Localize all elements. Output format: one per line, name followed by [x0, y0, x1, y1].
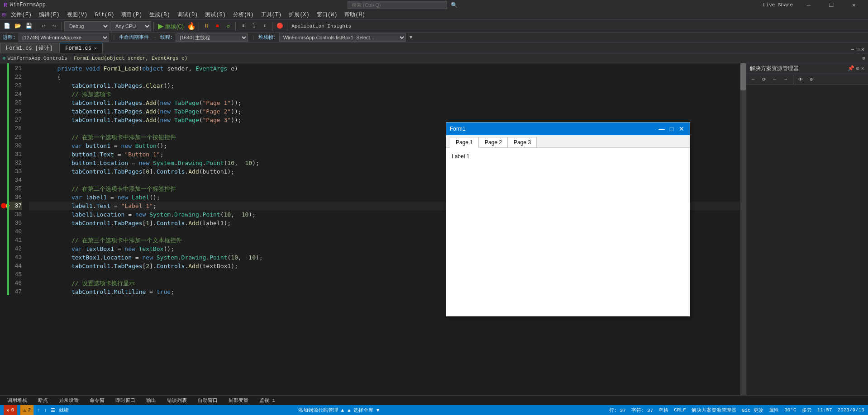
step-out-btn[interactable]: ⬆ [260, 21, 270, 31]
open-btn[interactable]: 📂 [13, 21, 23, 31]
breakpoints-btn[interactable]: 🔴 [275, 21, 285, 31]
form-close[interactable]: ✕ [677, 124, 686, 133]
app-insights-label: Application Insights [290, 24, 353, 29]
save-btn[interactable]: 💾 [24, 21, 33, 31]
cpu-dropdown[interactable]: Any CPU x64 x86 [110, 21, 151, 31]
scrollbar-thumb[interactable] [740, 63, 746, 90]
bottom-tab-command[interactable]: 命令窗 [86, 397, 108, 404]
editor-scrollbar[interactable] [740, 63, 746, 395]
maximize-btn[interactable]: □ [821, 0, 842, 10]
se-status-link[interactable]: 解决方案资源管理器 [692, 407, 736, 414]
step-over-btn[interactable]: ⤵ [249, 21, 259, 31]
redo-btn[interactable]: ↪ [49, 21, 59, 31]
bottom-tab-locals[interactable]: 局部变量 [225, 397, 252, 404]
solution-explorer-panel: 解决方案资源管理器 📌 ⚙ ✕ ↔ ⟳ ← → 👁 ⚙ [746, 63, 868, 395]
new-file-btn[interactable]: 📄 [2, 21, 12, 31]
tab-close-btn[interactable]: ✕ [94, 46, 97, 51]
tab-form1cs[interactable]: Form1.cs ✕ [59, 43, 103, 53]
solution-explorer-toolbar: ↔ ⟳ ← → 👁 ⚙ [746, 74, 868, 85]
process-dropdown[interactable]: [12748] WinFormsApp.exe [19, 33, 109, 42]
expand-icon[interactable]: ⊕ [862, 55, 865, 61]
file-path[interactable]: WinFormsApp.Controls [8, 56, 67, 61]
nav-up-btn[interactable]: ↑ [37, 407, 40, 413]
form-title: Form1 [450, 126, 466, 132]
bottom-tab-exceptions[interactable]: 异常设置 [55, 397, 82, 404]
editor-nav-bar: ⊕ WinFormsApp.Controls › Form1_Load(obje… [0, 53, 868, 63]
warning-indicator[interactable]: ⚠ 2 [20, 405, 33, 415]
se-refresh-btn[interactable]: ⟳ [759, 75, 769, 85]
stack-dropdown[interactable]: WinFormsApp.Controls.listBox1_Select... [279, 33, 406, 42]
bottom-tab-watch[interactable]: 监视 1 [256, 397, 279, 404]
undo-btn[interactable]: ↩ [38, 21, 48, 31]
menu-edit[interactable]: 编辑(E) [35, 10, 63, 20]
se-sync-btn[interactable]: ↔ [748, 75, 758, 85]
form-tab-page2[interactable]: Page 2 [479, 137, 508, 147]
change-gutter [7, 63, 9, 395]
expand-btn[interactable]: □ [856, 47, 859, 53]
git-changes-link[interactable]: Git 更改 [742, 407, 763, 414]
add-to-source-btn[interactable]: 添加到源代码管理 ▲ [298, 407, 344, 414]
form-maximize[interactable]: □ [667, 124, 676, 133]
panel-close-btn[interactable]: ✕ [861, 65, 864, 72]
run-btn[interactable]: ▶ 继续(C) [156, 22, 186, 31]
close-btn[interactable]: ✕ [844, 0, 864, 10]
se-showall-btn[interactable]: 👁 [796, 75, 806, 85]
panel-pin-btn[interactable]: 📌 [848, 65, 854, 72]
bottom-tab-output[interactable]: 输出 [143, 397, 160, 404]
bottom-tab-breakpoints[interactable]: 断点 [34, 397, 52, 404]
step-into-btn[interactable]: ⬇ [238, 21, 248, 31]
nav-down-btn[interactable]: ↓ [44, 407, 47, 413]
menu-test[interactable]: 测试(S) [201, 10, 229, 20]
debug-config-dropdown[interactable]: Debug Release [64, 21, 110, 31]
restart-btn[interactable]: ↺ [223, 21, 233, 31]
error-count: 0 [11, 407, 14, 413]
form-tab-page1[interactable]: Page 1 [450, 137, 479, 148]
process-label: 进程: [3, 34, 16, 41]
menu-build[interactable]: 生成(B) [146, 10, 174, 20]
live-share-btn[interactable]: Live Share [759, 0, 796, 10]
menu-file[interactable]: 文件(F) [7, 10, 35, 20]
tab-form1cs-designer[interactable]: Form1.cs [设计] [0, 43, 58, 53]
editor-left-gutter: ▶ 21 22 23 24 25 26 27 28 29 30 31 32 33 [0, 63, 25, 395]
method-name[interactable]: Form1_Load(object sender, EventArgs e) [74, 56, 187, 61]
se-filter-btn[interactable]: ⚙ [806, 75, 816, 85]
menu-view[interactable]: 视图(V) [63, 10, 91, 20]
menu-debug[interactable]: 调试(D) [174, 10, 202, 20]
toolbar-sep3 [153, 22, 154, 31]
form-tab-page3[interactable]: Page 3 [508, 137, 537, 147]
close-editor-btn[interactable]: ✕ [861, 46, 864, 53]
sep1: | [113, 35, 116, 40]
menu-extensions[interactable]: 扩展(X) [285, 10, 313, 20]
panel-header-controls: 📌 ⚙ ✕ [848, 65, 864, 72]
toolbar-sep5 [235, 22, 236, 31]
se-forward-btn[interactable]: → [781, 75, 791, 85]
code-editor: ▶ 21 22 23 24 25 26 27 28 29 30 31 32 33 [0, 63, 746, 395]
form-label1: Label 1 [452, 153, 469, 160]
error-indicator[interactable]: ✕ 0 [4, 405, 17, 415]
attach-btn[interactable]: 🔥 [186, 21, 196, 31]
stop-btn[interactable]: ■ [212, 21, 222, 31]
bottom-tab-callstack[interactable]: 调用堆栈 [4, 397, 31, 404]
menu-git[interactable]: Git(G) [91, 10, 118, 20]
menu-window[interactable]: 窗口(W) [313, 10, 341, 20]
nav-menu-btn[interactable]: ☰ [51, 407, 55, 413]
se-back-btn[interactable]: ← [770, 75, 780, 85]
search-input[interactable] [348, 1, 447, 9]
thread-dropdown[interactable]: [1640] 主线程 [176, 33, 248, 42]
form-minimize[interactable]: — [657, 124, 666, 133]
breakpoint-37[interactable] [1, 203, 6, 208]
collapse-btn[interactable]: − [851, 47, 854, 53]
bottom-tab-immediate[interactable]: 即时窗口 [112, 397, 139, 404]
pause-btn[interactable]: ⏸ [201, 21, 211, 31]
properties-link[interactable]: 属性 [769, 407, 779, 414]
menu-project[interactable]: 项目(P) [118, 10, 146, 20]
menu-tools[interactable]: 工具(T) [258, 10, 286, 20]
minimize-btn[interactable]: — [798, 0, 819, 10]
bottom-tab-autos[interactable]: 自动窗口 [194, 397, 221, 404]
bottom-tab-errors[interactable]: 错误列表 [163, 397, 191, 404]
toolbar: 📄 📂 💾 ↩ ↪ Debug Release Any CPU x64 x86 … [0, 20, 868, 33]
panel-settings-btn[interactable]: ⚙ [856, 65, 859, 72]
select-all-btn[interactable]: ▲ 选择全库 ▼ [348, 407, 379, 414]
menu-help[interactable]: 帮助(H) [341, 10, 369, 20]
menu-analyze[interactable]: 分析(N) [229, 10, 258, 20]
